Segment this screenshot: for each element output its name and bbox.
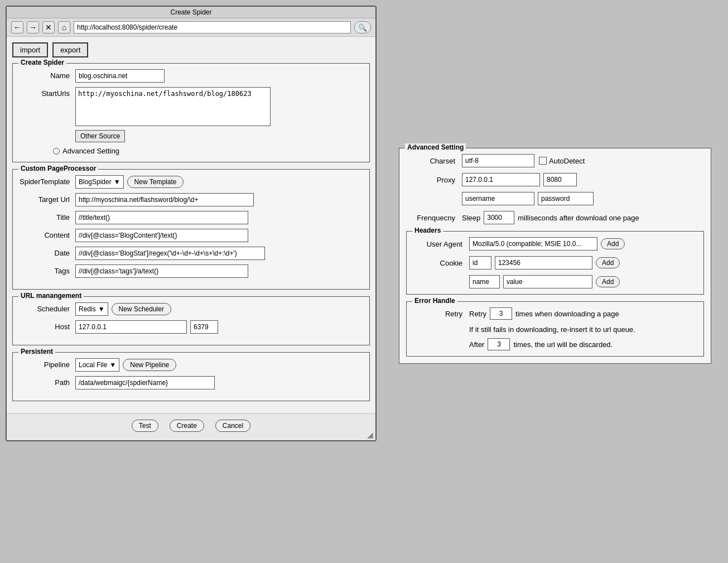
- back-button[interactable]: ←: [11, 21, 23, 33]
- content-label: Content: [20, 229, 75, 239]
- spider-template-group: BlogSpider ▼ New Template: [75, 175, 184, 189]
- password-input[interactable]: [538, 192, 594, 205]
- starturl-label: StartUrls: [20, 87, 75, 98]
- sleep-input[interactable]: [484, 211, 514, 224]
- advanced-radio[interactable]: [53, 148, 60, 155]
- cancel-button[interactable]: Cancel: [215, 420, 250, 432]
- content-input[interactable]: [75, 229, 248, 242]
- proxy-row: Proxy: [406, 173, 704, 186]
- create-spider-label: Create Spider: [18, 59, 66, 66]
- charset-label: Charset: [406, 157, 462, 165]
- spider-template-row: SpiderTemplate BlogSpider ▼ New Template: [20, 175, 363, 189]
- home-button[interactable]: ⌂: [58, 21, 70, 33]
- autodetect-checkbox[interactable]: [539, 157, 547, 165]
- browser-title: Create Spider: [170, 8, 211, 16]
- header-add-button[interactable]: Add: [596, 276, 620, 287]
- frequency-label: Frenquecny: [406, 214, 462, 222]
- charset-input[interactable]: [462, 154, 534, 167]
- cookie-label: Cookie: [413, 259, 469, 267]
- target-url-label: Target Url: [20, 193, 75, 204]
- dropdown-arrow-icon: ▼: [114, 178, 120, 186]
- scheduler-select[interactable]: Redis ▼: [75, 302, 108, 316]
- date-row: Date: [20, 247, 363, 260]
- import-button[interactable]: import: [12, 42, 48, 57]
- close-button[interactable]: ✕: [42, 21, 55, 33]
- create-spider-section: Create Spider Name StartUrls http://myos…: [12, 63, 370, 162]
- content-row: Content: [20, 229, 363, 242]
- pipeline-row: Pipeline Local File ▼ New Pipeline: [20, 358, 363, 372]
- title-input[interactable]: [75, 211, 248, 224]
- sleep-suffix: milliseconds after download one page: [518, 214, 639, 222]
- user-agent-row: User Agent Add: [413, 237, 697, 251]
- target-url-row: Target Url: [20, 193, 363, 206]
- spider-template-select[interactable]: BlogSpider ▼: [75, 175, 124, 189]
- forward-button[interactable]: →: [27, 21, 39, 33]
- after-input[interactable]: [488, 338, 510, 350]
- toolbar-row: import export: [12, 42, 370, 57]
- starturl-textarea[interactable]: http://myoschina.net/flashsword/blog/180…: [75, 87, 271, 126]
- username-input[interactable]: [462, 192, 534, 205]
- autodetect-group: AutoDetect: [539, 157, 585, 165]
- header-name-input[interactable]: [469, 275, 500, 288]
- headers-section: Headers User Agent Add Cookie Add: [406, 231, 704, 295]
- persistent-label: Persistent: [18, 348, 55, 355]
- frequency-group: Sleep milliseconds after download one pa…: [462, 211, 639, 224]
- name-input[interactable]: [75, 69, 165, 83]
- advanced-label: Advanced Setting: [62, 147, 119, 155]
- cookie-add-button[interactable]: Add: [596, 257, 620, 268]
- new-scheduler-button[interactable]: New Scheduler: [112, 303, 171, 315]
- export-button[interactable]: export: [52, 42, 88, 57]
- user-agent-add-button[interactable]: Add: [601, 238, 625, 249]
- other-source-button[interactable]: Other Source: [75, 130, 125, 142]
- date-input[interactable]: [75, 247, 265, 260]
- advanced-setting-section-label: Advanced Setting: [405, 143, 466, 151]
- tags-label: Tags: [20, 264, 75, 275]
- path-row: Path: [20, 376, 363, 389]
- path-input[interactable]: [75, 376, 215, 389]
- header-value-input[interactable]: [503, 275, 592, 288]
- retry-suffix: times when downloading a page: [515, 310, 619, 318]
- title-row: Title: [20, 211, 363, 224]
- after-suffix: times, the url will be discarded.: [513, 340, 613, 349]
- scheduler-group: Redis ▼ New Scheduler: [75, 302, 171, 316]
- new-template-button[interactable]: New Template: [127, 176, 184, 188]
- search-button[interactable]: 🔍: [354, 21, 371, 33]
- proxy-port-input[interactable]: [543, 173, 577, 186]
- custom-pp-label: Custom PageProcessor: [18, 165, 98, 172]
- credentials-row: [406, 192, 704, 205]
- pipeline-arrow-icon: ▼: [109, 361, 116, 369]
- pipeline-select[interactable]: Local File ▼: [75, 358, 119, 372]
- retry-group: Retry times when downloading a page: [469, 307, 619, 320]
- starturl-row: StartUrls http://myoschina.net/flashswor…: [20, 87, 363, 142]
- pipeline-group: Local File ▼ New Pipeline: [75, 358, 176, 372]
- url-management-section: URL manangement Scheduler Redis ▼ New Sc…: [12, 296, 370, 345]
- cookie-name-input[interactable]: [469, 256, 491, 270]
- cookie-row: Cookie Add: [413, 256, 697, 270]
- header-row: Add: [413, 275, 697, 288]
- retry-label: Retry: [413, 310, 469, 318]
- name-row: Name: [20, 69, 363, 83]
- resize-handle: ◢: [367, 430, 373, 439]
- cookie-value-input[interactable]: [495, 256, 592, 270]
- proxy-host-input[interactable]: [462, 173, 540, 186]
- url-management-label: URL manangement: [18, 292, 84, 300]
- port-input[interactable]: [190, 320, 218, 334]
- test-button[interactable]: Test: [132, 420, 158, 432]
- retry-input[interactable]: [490, 307, 512, 320]
- new-pipeline-button[interactable]: New Pipeline: [123, 359, 176, 371]
- persistent-section: Persistent Pipeline Local File ▼ New Pip…: [12, 352, 370, 401]
- tags-input[interactable]: [75, 264, 248, 278]
- advanced-setting-row: Advanced Setting: [20, 147, 363, 155]
- starturl-group: http://myoschina.net/flashsword/blog/180…: [75, 87, 271, 142]
- spider-template-label: SpiderTemplate: [20, 175, 75, 186]
- frequency-row: Frenquecny Sleep milliseconds after down…: [406, 211, 704, 224]
- bottom-bar: Test Create Cancel: [7, 413, 375, 440]
- create-button[interactable]: Create: [170, 420, 204, 432]
- user-agent-input[interactable]: [469, 237, 597, 251]
- target-url-input[interactable]: [75, 193, 254, 206]
- title-label: Title: [20, 211, 75, 222]
- tags-row: Tags: [20, 264, 363, 278]
- host-input[interactable]: [75, 320, 187, 334]
- url-bar[interactable]: [74, 21, 351, 33]
- error-handle-section: Error Handle Retry Retry times when down…: [406, 301, 704, 357]
